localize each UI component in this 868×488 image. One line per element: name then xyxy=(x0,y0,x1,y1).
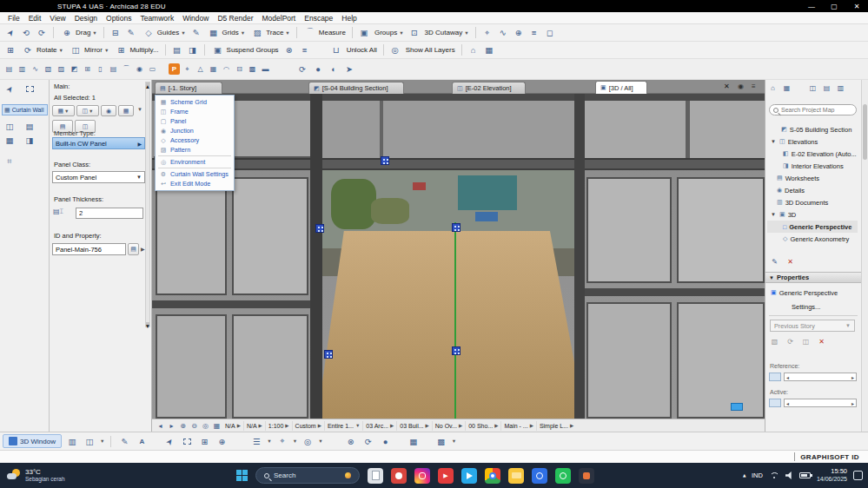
navigator-search[interactable] xyxy=(769,104,857,115)
palette-icon[interactable]: ▤ xyxy=(3,63,15,76)
project-map-icon[interactable]: ▦ xyxy=(781,82,792,95)
taskbar-app-file-explorer-icon[interactable] xyxy=(508,468,524,484)
align-icon[interactable]: ≡ xyxy=(527,26,541,39)
battery-icon[interactable] xyxy=(799,472,811,478)
layout-icon[interactable]: ◫ xyxy=(83,435,96,448)
section-icon[interactable]: ◩ xyxy=(69,63,80,76)
pen-icon[interactable]: ✎ xyxy=(124,26,138,39)
guide-lines-icon[interactable]: ◎ xyxy=(301,435,315,448)
zoom-preset-selector[interactable]: Custom▶ xyxy=(293,421,325,431)
unlock-all-button[interactable]: Unlock All xyxy=(345,45,379,55)
menu-item-modelport[interactable]: ModelPort xyxy=(257,14,300,23)
3d-viewport[interactable] xyxy=(152,94,765,419)
group-icon[interactable]: ▣ xyxy=(357,26,371,39)
menu-item-window[interactable]: Window xyxy=(178,14,213,23)
stepper-right-icon[interactable]: ▸ xyxy=(851,374,854,380)
tab-list-icon[interactable]: ≡ xyxy=(752,82,756,90)
selection-handle[interactable] xyxy=(381,156,389,165)
stamp-icon[interactable]: ▧ xyxy=(43,63,54,76)
ruler-icon[interactable]: ⌒ xyxy=(121,63,132,76)
cutaway-button[interactable]: 3D Cutaway▼ xyxy=(423,28,471,37)
redo-icon[interactable]: ⟳ xyxy=(35,26,49,39)
pan-icon[interactable]: ▦ xyxy=(211,419,222,432)
panel-geometry-button[interactable]: ◫▼ xyxy=(76,105,99,116)
delete-viewpoint-icon[interactable]: ✕ xyxy=(785,255,796,268)
panel-grid-button[interactable]: ▦ xyxy=(118,105,134,116)
properties-settings-link[interactable]: Settings... xyxy=(767,300,858,313)
groups-button[interactable]: Groups▼ xyxy=(373,28,406,37)
resize-icon[interactable]: ◻ xyxy=(543,26,557,39)
edit-menu-item-cw-settings[interactable]: ⚙Curtain Wall Settings xyxy=(156,169,234,179)
member-type-selected[interactable]: Built-in CW Panel ▶ xyxy=(52,137,145,149)
tab-3d[interactable]: ▣[3D / All] xyxy=(595,81,647,94)
taskbar-search[interactable]: Search xyxy=(255,467,360,484)
menu-item-help[interactable]: Help xyxy=(337,14,361,23)
edit-menu-item-exit[interactable]: ↩Exit Edit Mode xyxy=(156,179,234,188)
select-icon[interactable]: ➤ xyxy=(161,432,179,451)
layer-eye-icon[interactable]: ◎ xyxy=(388,43,402,56)
texture-icon[interactable]: ▨ xyxy=(56,63,67,76)
taskbar-app-icon[interactable] xyxy=(532,468,547,484)
taskbar-app-instagram-icon[interactable] xyxy=(414,468,430,484)
selection-handle[interactable] xyxy=(315,224,324,233)
chevron-down-icon[interactable]: ▼ xyxy=(137,107,142,112)
menu-item-teamwork[interactable]: Teamwork xyxy=(136,14,178,23)
graphisoft-id-badge[interactable]: GRAPHISOFT ID xyxy=(800,453,859,461)
suspend-groups-button[interactable]: ▣Suspend Groups xyxy=(209,43,281,57)
chevron-down-icon[interactable]: ▼ xyxy=(100,439,104,444)
cw-junction-tool-icon[interactable]: ▦ xyxy=(3,134,17,147)
layers-icon[interactable]: ☰ xyxy=(249,435,263,448)
blocks-icon[interactable]: ⊞ xyxy=(82,63,93,76)
stretch-icon[interactable]: ◨ xyxy=(186,43,200,56)
edit-menu-item-environment[interactable]: ◎Environment xyxy=(156,157,234,167)
prev-view-icon[interactable]: ◂ xyxy=(155,419,166,432)
orbit-icon[interactable]: ⟳ xyxy=(295,63,309,76)
edit-menu-item-pattern[interactable]: ▨Pattern xyxy=(156,145,234,155)
eraser-icon[interactable]: ⊟ xyxy=(109,26,123,39)
tray-overflow-icon[interactable]: ▾ xyxy=(743,472,746,479)
stair-tool-icon[interactable]: ⌗ xyxy=(3,155,17,168)
tree-item-generic-perspective[interactable]: □Generic Perspective xyxy=(767,221,858,233)
zoom-icon[interactable]: ⊕ xyxy=(215,435,229,448)
zone-icon[interactable]: ▩ xyxy=(247,63,258,76)
split-icon[interactable]: ⌖ xyxy=(480,26,494,39)
chevron-down-icon[interactable]: ▼ xyxy=(267,439,271,444)
rotate-button[interactable]: ⟳Rotate▼ xyxy=(19,43,65,57)
edit-menu-item-panel[interactable]: ▢Panel xyxy=(156,116,234,126)
taskbar-app-icon[interactable] xyxy=(391,468,407,484)
close-tab-icon[interactable]: ✕ xyxy=(724,82,730,90)
menu-item-design[interactable]: Design xyxy=(70,14,102,23)
close-trace-icon[interactable]: ✕ xyxy=(816,335,827,348)
taskbar-app-icon[interactable] xyxy=(368,468,383,484)
undo-icon[interactable]: ⟲ xyxy=(19,26,33,39)
mirror-button[interactable]: ◫Mirror▼ xyxy=(67,43,110,57)
taskbar-app-icon[interactable] xyxy=(579,468,594,484)
detail-level-selector[interactable]: Simple L...▶ xyxy=(537,421,576,431)
selection-handle[interactable] xyxy=(324,350,333,359)
chevron-down-icon[interactable]: ▼ xyxy=(452,439,456,444)
active-opacity-stepper[interactable]: ◂▸ xyxy=(769,398,857,408)
edit-viewpoint-icon[interactable]: ✎ xyxy=(769,255,780,268)
start-button[interactable] xyxy=(236,470,248,481)
edit-menu-item-junction[interactable]: ◉Junction xyxy=(156,126,234,135)
guides-button[interactable]: ◇Guides▼ xyxy=(140,25,188,40)
infobox-scrollbar[interactable]: ▴▾ xyxy=(145,82,150,327)
quick-option-na[interactable]: N/A▶ xyxy=(244,421,266,431)
cw-panel-tool-icon[interactable]: ▤ xyxy=(23,120,36,133)
annotate-icon[interactable]: ✎ xyxy=(117,435,131,448)
snap-magnet-icon[interactable]: ⌖ xyxy=(275,435,289,448)
layer-combination-selector[interactable]: Main - ...▶ xyxy=(501,421,536,431)
tree-item-3d[interactable]: ▼▣3D xyxy=(767,208,858,221)
menu-item-options[interactable]: Options xyxy=(102,14,136,23)
fit-view-icon[interactable]: ◎ xyxy=(200,419,211,432)
camera-icon[interactable]: ◉ xyxy=(738,82,744,90)
detail-icon[interactable]: ◉ xyxy=(134,63,145,76)
roof-icon[interactable]: △ xyxy=(195,63,206,76)
tree-item-details[interactable]: ◉Details xyxy=(767,184,858,196)
edit-menu-item-scheme-grid[interactable]: ▦Scheme Grid xyxy=(156,97,234,107)
tab-elevation[interactable]: ◫[E-02 Elevation] xyxy=(452,82,526,94)
overrides-selector[interactable]: No Ov...▶ xyxy=(433,421,466,431)
properties-header[interactable]: ▼ Properties xyxy=(765,272,861,283)
adjust-icon[interactable]: ∿ xyxy=(496,26,510,39)
beam-icon[interactable]: ▬ xyxy=(260,63,271,76)
